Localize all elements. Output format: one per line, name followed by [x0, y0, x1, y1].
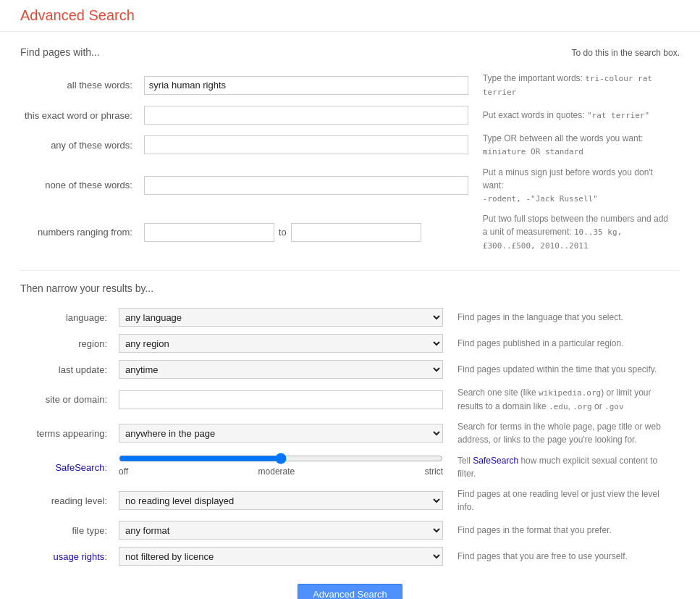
safesearch-label-colon: : [104, 462, 107, 473]
page-title: Advanced Search [0, 0, 700, 32]
range-from-input[interactable] [144, 223, 274, 242]
file-type-label: file type: [72, 525, 107, 536]
terms-appearing-help: Search for terms in the whole page, page… [457, 422, 661, 445]
safesearch-moderate-label: moderate [258, 466, 295, 477]
usage-rights-help: Find pages that you are free to use your… [457, 551, 628, 561]
exact-phrase-help: Put exact words in quotes: "rat terrier" [483, 110, 649, 120]
all-words-help: Type the important words: tri-colour rat… [483, 73, 652, 97]
reading-level-label: reading level: [51, 495, 107, 506]
none-words-label: none of these words: [45, 180, 132, 190]
terms-appearing-label: terms appearing: [36, 428, 107, 439]
range-to-label: to [279, 227, 287, 238]
numbers-range-label: numbers ranging from: [38, 227, 132, 238]
region-help: Find pages published in a particular reg… [457, 338, 623, 348]
region-label: region: [78, 338, 107, 349]
find-section-heading: Find pages with... [20, 46, 100, 58]
language-help: Find pages in the language that you sele… [457, 312, 623, 322]
safesearch-slider-container: off moderate strict [119, 453, 443, 477]
safesearch-off-label: off [119, 466, 128, 477]
any-words-input[interactable] [144, 135, 468, 154]
safesearch-help-link[interactable]: SafeSearch [473, 456, 518, 466]
range-to-input[interactable] [291, 223, 421, 242]
all-words-label: all these words: [67, 80, 132, 91]
none-words-help: Put a minus sign just before words you d… [483, 167, 653, 204]
usage-rights-colon: : [104, 551, 107, 562]
usage-rights-select[interactable]: not filtered by licence free to use or s… [119, 547, 443, 566]
region-select[interactable]: any region United Kingdom United States … [119, 334, 443, 353]
reading-level-help: Find pages at one reading level or just … [457, 489, 659, 512]
site-domain-help: Search one site (like wikipedia.org) or … [457, 388, 651, 411]
file-type-select[interactable]: any format Adobe Acrobat PDF (.pdf) Adob… [119, 521, 443, 540]
reading-level-select[interactable]: no reading level displayed show reading … [119, 491, 443, 510]
narrow-section-heading: Then narrow your results by... [20, 282, 680, 294]
language-select[interactable]: any language English French German Spani… [119, 308, 443, 327]
numbers-range-help: Put two full stops between the numbers a… [483, 214, 668, 251]
safesearch-help: Tell SafeSearch how much explicit sexual… [457, 456, 657, 479]
last-update-help: Find pages updated within the time that … [457, 364, 657, 374]
safesearch-label-link[interactable]: SafeSearch [55, 462, 104, 473]
safesearch-slider[interactable] [119, 453, 443, 464]
advanced-search-button[interactable]: Advanced Search [298, 584, 402, 599]
file-type-help: Find pages in the format that you prefer… [457, 525, 612, 535]
terms-appearing-select[interactable]: anywhere in the page in the title of the… [119, 424, 443, 443]
any-words-help: Type OR between all the words you want: … [483, 133, 643, 156]
language-label: language: [66, 312, 107, 323]
all-words-input[interactable] [144, 76, 468, 95]
exact-phrase-input[interactable] [144, 106, 468, 125]
last-update-select[interactable]: anytime past 24 hours past week past mon… [119, 360, 443, 379]
find-section-hint: To do this in the search box. [572, 48, 680, 58]
exact-phrase-label: this exact word or phrase: [25, 110, 132, 121]
none-words-input[interactable] [144, 176, 468, 195]
usage-rights-label-link[interactable]: usage rights [54, 551, 105, 562]
search-button-row: Advanced Search [20, 584, 680, 599]
any-words-label: any of these words: [51, 140, 132, 151]
site-domain-label: site or domain: [46, 394, 107, 405]
site-domain-input[interactable] [119, 390, 443, 409]
last-update-label: last update: [59, 364, 107, 375]
safesearch-strict-label: strict [425, 466, 443, 477]
